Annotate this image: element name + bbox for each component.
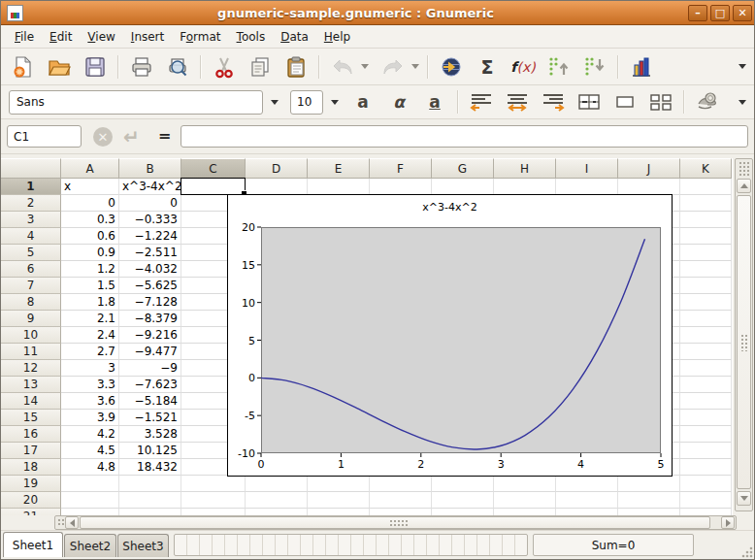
cell-B14[interactable]: −5.184 bbox=[119, 393, 181, 410]
row-header-16[interactable]: 16 bbox=[1, 426, 61, 443]
undo-dropdown-arrow[interactable] bbox=[361, 64, 369, 69]
cell-A13[interactable]: 3.3 bbox=[61, 377, 119, 393]
cell-A20[interactable] bbox=[61, 492, 119, 509]
menu-data[interactable]: Data bbox=[273, 27, 316, 47]
cell-B1[interactable]: x^3-4x^2 bbox=[119, 179, 181, 195]
cell-A6[interactable]: 1.2 bbox=[61, 261, 119, 278]
cell-A17[interactable]: 4.5 bbox=[61, 443, 119, 459]
font-name-dropdown-arrow[interactable] bbox=[271, 100, 279, 105]
row-header-3[interactable]: 3 bbox=[1, 212, 61, 228]
cell-K3[interactable] bbox=[680, 212, 732, 228]
cell-I20[interactable] bbox=[556, 492, 618, 509]
paste-button[interactable] bbox=[281, 53, 311, 81]
confirm-entry-icon[interactable]: ↵ bbox=[123, 125, 140, 148]
maximize-button[interactable]: □ bbox=[710, 5, 730, 21]
cell-K1[interactable] bbox=[680, 179, 732, 195]
cell-I1[interactable] bbox=[556, 179, 618, 195]
merge-cells-button[interactable] bbox=[574, 88, 604, 115]
cell-K8[interactable] bbox=[680, 294, 732, 311]
align-right-button[interactable] bbox=[539, 88, 568, 115]
open-file-button[interactable] bbox=[45, 53, 74, 81]
cell-E20[interactable] bbox=[308, 492, 370, 509]
horizontal-scroll-thumb[interactable] bbox=[80, 516, 710, 529]
column-header-A[interactable]: A bbox=[61, 158, 119, 179]
minimize-button[interactable]: – bbox=[688, 5, 707, 21]
cell-E21[interactable] bbox=[308, 509, 370, 515]
autosum-button[interactable]: Σ bbox=[473, 53, 502, 81]
font-size-dropdown-arrow[interactable] bbox=[331, 100, 339, 105]
row-header-5[interactable]: 5 bbox=[1, 245, 61, 261]
scroll-up-button[interactable] bbox=[737, 179, 751, 193]
close-button[interactable]: ✕ bbox=[733, 5, 752, 21]
column-header-B[interactable]: B bbox=[119, 158, 181, 179]
cell-B7[interactable]: −5.625 bbox=[119, 278, 181, 294]
sum-indicator[interactable]: Sum=0 bbox=[533, 534, 694, 556]
cell-K12[interactable] bbox=[680, 360, 732, 377]
menu-view[interactable]: View bbox=[80, 27, 122, 47]
cell-F19[interactable] bbox=[370, 476, 432, 492]
cell-K19[interactable] bbox=[680, 476, 732, 492]
row-header-10[interactable]: 10 bbox=[1, 327, 61, 344]
cell-K2[interactable] bbox=[680, 195, 732, 212]
split-merged-cells-button[interactable] bbox=[646, 88, 675, 115]
column-header-H[interactable]: H bbox=[494, 158, 556, 179]
cell-A5[interactable]: 0.9 bbox=[61, 245, 119, 261]
cell-E1[interactable] bbox=[308, 179, 370, 195]
cell-K18[interactable] bbox=[680, 459, 732, 476]
font-size-combo[interactable]: 10 bbox=[290, 90, 323, 115]
cell-A1[interactable]: x bbox=[61, 179, 119, 195]
cell-B18[interactable]: 18.432 bbox=[119, 459, 181, 476]
menu-file[interactable]: File bbox=[7, 27, 42, 47]
row-header-20[interactable]: 20 bbox=[1, 492, 61, 509]
cell-K20[interactable] bbox=[680, 492, 732, 509]
row-header-8[interactable]: 8 bbox=[1, 294, 61, 311]
column-header-I[interactable]: I bbox=[556, 158, 618, 179]
new-file-button[interactable] bbox=[9, 53, 38, 81]
cell-A14[interactable]: 3.6 bbox=[61, 393, 119, 410]
cell-H20[interactable] bbox=[494, 492, 556, 509]
row-header-6[interactable]: 6 bbox=[1, 261, 61, 278]
cell-A3[interactable]: 0.3 bbox=[61, 212, 119, 228]
cut-button[interactable] bbox=[210, 53, 239, 81]
sheet-tab-sheet2[interactable]: Sheet2 bbox=[64, 534, 116, 557]
cell-A7[interactable]: 1.5 bbox=[61, 278, 119, 294]
sheet-tab-sheet3[interactable]: Sheet3 bbox=[117, 534, 169, 557]
cell-B8[interactable]: −7.128 bbox=[119, 294, 181, 311]
column-header-C[interactable]: C bbox=[181, 158, 246, 179]
undo-button[interactable] bbox=[328, 53, 357, 81]
column-header-F[interactable]: F bbox=[370, 158, 432, 179]
row-header-17[interactable]: 17 bbox=[1, 443, 61, 459]
cell-B4[interactable]: −1.224 bbox=[119, 228, 181, 245]
row-header-4[interactable]: 4 bbox=[1, 228, 61, 245]
cell-B15[interactable]: −1.521 bbox=[119, 410, 181, 426]
scroll-right-button[interactable] bbox=[721, 516, 735, 529]
cell-B12[interactable]: −9 bbox=[119, 360, 181, 377]
cell-A15[interactable]: 3.9 bbox=[61, 410, 119, 426]
menu-format[interactable]: Format bbox=[172, 27, 228, 47]
cell-K13[interactable] bbox=[680, 377, 732, 393]
cell-G19[interactable] bbox=[432, 476, 494, 492]
print-button[interactable] bbox=[127, 53, 156, 81]
menu-tools[interactable]: Tools bbox=[229, 27, 274, 47]
cell-H1[interactable] bbox=[494, 179, 556, 195]
cell-J1[interactable] bbox=[618, 179, 680, 195]
cell-A8[interactable]: 1.8 bbox=[61, 294, 119, 311]
cell-B3[interactable]: −0.333 bbox=[119, 212, 181, 228]
cell-D21[interactable] bbox=[246, 509, 308, 515]
row-header-9[interactable]: 9 bbox=[1, 311, 61, 327]
cell-K5[interactable] bbox=[680, 245, 732, 261]
title-bar[interactable]: gnumeric-sample.gnumeric : Gnumeric – □ … bbox=[1, 1, 755, 25]
row-header-18[interactable]: 18 bbox=[1, 459, 61, 476]
cell-B10[interactable]: −9.216 bbox=[119, 327, 181, 344]
cell-C21[interactable] bbox=[181, 509, 246, 515]
cell-B21[interactable] bbox=[119, 509, 181, 515]
cell-B2[interactable]: 0 bbox=[119, 195, 181, 212]
cell-F21[interactable] bbox=[370, 509, 432, 515]
cell-K11[interactable] bbox=[680, 344, 732, 360]
vertical-scrollbar[interactable] bbox=[735, 158, 753, 511]
column-header-E[interactable]: E bbox=[308, 158, 370, 179]
align-left-button[interactable] bbox=[467, 88, 496, 115]
equals-button[interactable]: = bbox=[158, 126, 171, 145]
center-across-selection-button[interactable] bbox=[610, 88, 640, 115]
cell-B9[interactable]: −8.379 bbox=[119, 311, 181, 327]
